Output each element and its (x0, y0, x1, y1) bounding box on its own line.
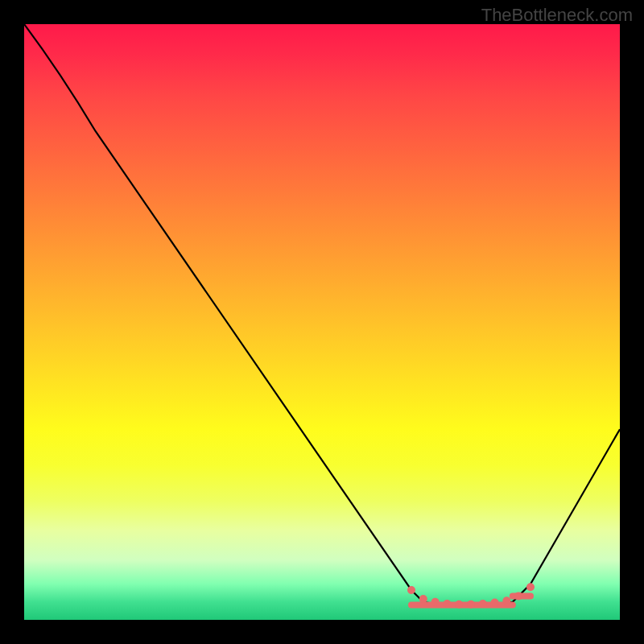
svg-point-12 (526, 583, 535, 591)
plot-area (24, 24, 620, 620)
svg-point-2 (407, 586, 415, 594)
curve-line (24, 24, 620, 605)
svg-point-11 (514, 592, 522, 600)
svg-point-7 (467, 601, 475, 609)
svg-point-6 (455, 601, 463, 609)
svg-point-8 (479, 600, 487, 608)
svg-point-10 (502, 597, 510, 605)
marker-dots (407, 583, 535, 608)
chart-svg (24, 24, 620, 620)
svg-point-9 (491, 599, 499, 607)
svg-point-3 (419, 595, 427, 603)
svg-point-4 (431, 598, 440, 606)
svg-point-5 (443, 600, 451, 608)
watermark-text: TheBottleneck.com (481, 5, 633, 26)
